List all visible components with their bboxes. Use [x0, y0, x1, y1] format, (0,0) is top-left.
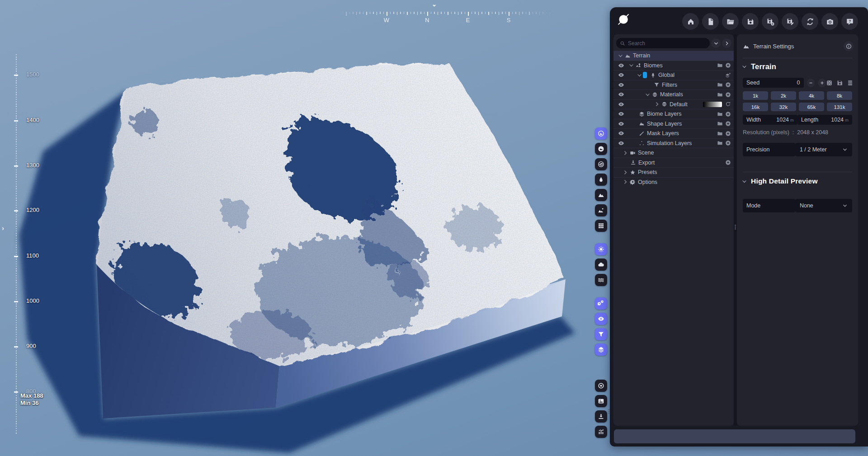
- seed-field[interactable]: Seed 0: [743, 78, 804, 88]
- tree-row-biomes[interactable]: Biomes: [613, 61, 734, 71]
- tree-row-presets[interactable]: Presets: [613, 167, 734, 177]
- tree-row-shape-layers[interactable]: Shape Layers: [613, 119, 734, 129]
- shaded-view-button[interactable]: [595, 143, 607, 155]
- resolution-button-16k[interactable]: 16k: [743, 103, 768, 111]
- water-level-button[interactable]: [595, 274, 607, 286]
- auto-process-button[interactable]: [595, 297, 607, 310]
- tree-row-filters[interactable]: Filters: [613, 80, 734, 90]
- visibility-button[interactable]: [595, 313, 607, 325]
- camera-icon: [826, 18, 834, 26]
- seed-increment-button[interactable]: [818, 79, 826, 87]
- help-button[interactable]: ?: [841, 13, 858, 30]
- tree-chevron[interactable]: [622, 179, 629, 185]
- visibility-eye-icon[interactable]: [617, 111, 625, 117]
- tree-chevron[interactable]: [622, 169, 629, 175]
- color-swatch[interactable]: [643, 72, 647, 78]
- record-button[interactable]: [595, 380, 607, 392]
- save-as-button[interactable]: [782, 13, 798, 30]
- gradient-swatch[interactable]: [703, 102, 722, 107]
- grid-view-button[interactable]: [595, 220, 607, 232]
- visibility-eye-icon[interactable]: [617, 82, 625, 88]
- tree-row-terrain[interactable]: Terrain: [613, 51, 734, 61]
- visibility-eye-icon[interactable]: [617, 72, 625, 78]
- visibility-eye-icon[interactable]: [617, 130, 625, 136]
- grid-icon: [598, 222, 604, 229]
- tree-row-export[interactable]: Export: [613, 158, 734, 168]
- viewport-tool-strip: [595, 127, 607, 438]
- visibility-eye-icon[interactable]: [617, 62, 625, 69]
- new-file-button[interactable]: [702, 13, 719, 30]
- mountain-view-button[interactable]: [595, 189, 607, 201]
- seed-decrement-button[interactable]: [807, 79, 815, 87]
- collapse-all-button[interactable]: [711, 38, 721, 48]
- elevation-min: Min 36: [20, 400, 43, 407]
- folder-icon: [717, 62, 723, 68]
- compass-bar[interactable]: WNES: [335, 2, 552, 23]
- statistics-button[interactable]: [595, 426, 607, 438]
- tree-chevron[interactable]: [617, 53, 624, 59]
- layers-toggle-button[interactable]: [595, 343, 607, 356]
- length-field[interactable]: Length 1024 m: [797, 115, 852, 125]
- visibility-eye-icon[interactable]: [617, 101, 625, 108]
- resolution-button-2k[interactable]: 2k: [771, 91, 796, 100]
- sync-button[interactable]: [802, 13, 818, 30]
- scene-view-button[interactable]: [595, 204, 607, 216]
- snapshot-button[interactable]: [595, 395, 607, 407]
- save-button[interactable]: [742, 13, 759, 30]
- tree-row-mask-layers[interactable]: Mask Layers: [613, 128, 734, 138]
- tree-row-default[interactable]: Default: [613, 99, 734, 109]
- panel-resize-handle[interactable]: •••: [734, 224, 737, 230]
- resolution-button-131k[interactable]: 131k: [827, 103, 852, 111]
- visibility-eye-icon[interactable]: [617, 140, 625, 146]
- tree-row-biome-layers[interactable]: Biome Layers: [613, 109, 734, 119]
- export-button[interactable]: [595, 410, 607, 423]
- resolution-button-32k[interactable]: 32k: [771, 103, 796, 111]
- save-as-new-button[interactable]: [762, 13, 778, 30]
- tree-row-scene[interactable]: Scene: [613, 148, 734, 158]
- tree-row-materials[interactable]: Materials: [613, 89, 734, 99]
- panel-edge-resize-handle[interactable]: •••: [608, 409, 611, 414]
- globe-shaded-icon: [598, 146, 604, 152]
- resolution-button-1k[interactable]: 1k: [743, 91, 768, 100]
- info-button[interactable]: [844, 41, 854, 51]
- save-seed-icon[interactable]: [836, 80, 843, 86]
- eye-icon: [618, 121, 624, 127]
- dice-icon[interactable]: [826, 80, 833, 86]
- hdp-section-header[interactable]: High Detail Preview: [741, 177, 818, 185]
- tree-chevron[interactable]: [636, 72, 643, 78]
- width-field[interactable]: Width 1024 m: [743, 115, 797, 125]
- clouds-button[interactable]: [595, 259, 607, 271]
- visibility-eye-icon[interactable]: [617, 121, 625, 127]
- lighting-button[interactable]: [595, 243, 607, 255]
- search-input[interactable]: Search: [616, 38, 710, 48]
- terrain-view-button[interactable]: [595, 127, 607, 140]
- tree-chevron[interactable]: [622, 150, 629, 156]
- tree-chevron[interactable]: [628, 62, 635, 68]
- screenshot-button[interactable]: [821, 13, 838, 30]
- precision-dropdown[interactable]: 1 / 2 Meter: [795, 143, 852, 156]
- tree-chevron[interactable]: [654, 101, 660, 107]
- resolution-button-65k[interactable]: 65k: [799, 103, 824, 111]
- seed-history-icon[interactable]: [847, 80, 854, 86]
- resolution-button-8k[interactable]: 8k: [827, 91, 852, 100]
- atmosphere-view-button[interactable]: [595, 158, 607, 170]
- save-icon: [836, 80, 843, 86]
- tree-chevron[interactable]: [644, 92, 651, 98]
- mode-dropdown[interactable]: None: [795, 199, 852, 212]
- open-project-button[interactable]: [722, 13, 739, 30]
- filters-toggle-button[interactable]: [595, 328, 607, 340]
- water-view-button[interactable]: [595, 174, 607, 186]
- tree-row-global[interactable]: Global: [613, 70, 734, 80]
- width-label: Width: [746, 117, 761, 123]
- terrain-section-header[interactable]: Terrain: [741, 62, 776, 71]
- resolution-button-4k[interactable]: 4k: [799, 91, 824, 100]
- tree-row-options[interactable]: Options: [613, 177, 734, 187]
- progress-bar: [614, 429, 855, 443]
- tree-row-simulation-layers[interactable]: Simulation Layers: [613, 138, 734, 148]
- info-icon: [846, 43, 852, 49]
- gears-double-icon: [598, 300, 604, 307]
- visibility-eye-icon[interactable]: [617, 91, 625, 98]
- home-button[interactable]: [682, 13, 699, 30]
- viewport-expand-chevron[interactable]: ›: [2, 224, 4, 232]
- expand-all-button[interactable]: [722, 38, 731, 48]
